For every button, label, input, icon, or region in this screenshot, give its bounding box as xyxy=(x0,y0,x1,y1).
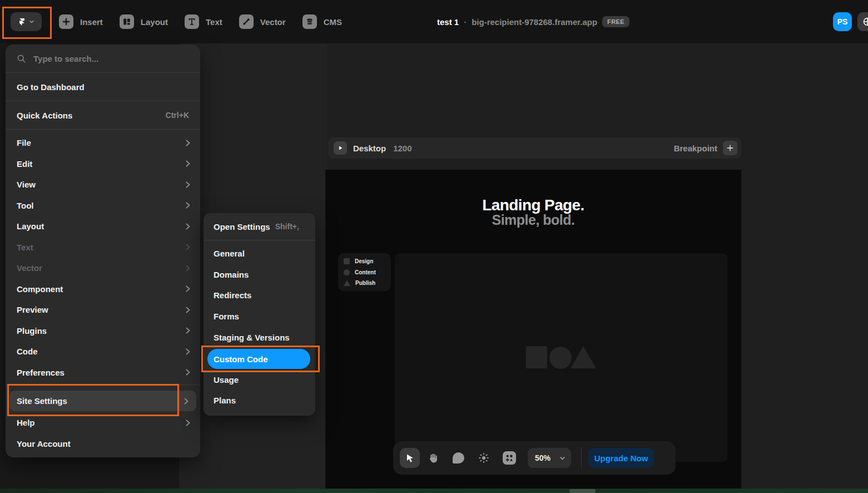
vector-label: Vector xyxy=(260,17,286,27)
submenu-item-general[interactable]: General xyxy=(204,243,315,264)
chevron-right-icon xyxy=(186,181,190,188)
layout-icon xyxy=(120,14,134,29)
open-settings-shortcut: Shift+, xyxy=(275,222,299,231)
project-separator: · xyxy=(464,17,467,27)
select-tool-button[interactable] xyxy=(400,448,420,468)
submenu-item-plans[interactable]: Plans xyxy=(204,390,315,411)
menu-item-help[interactable]: Help xyxy=(6,412,200,433)
globe-icon xyxy=(862,17,868,27)
cms-icon xyxy=(302,14,317,29)
circle-icon xyxy=(344,269,350,275)
insert-button[interactable]: Insert xyxy=(59,14,103,29)
text-button[interactable]: Text xyxy=(185,14,222,29)
top-toolbar: Insert Layout Text Vector xyxy=(0,0,868,43)
toolbar-divider xyxy=(581,447,582,469)
menu-item-preview[interactable]: Preview xyxy=(6,299,200,321)
shapes-panel-icon xyxy=(503,451,516,465)
menu-item-edit[interactable]: Edit xyxy=(6,154,200,175)
plus-icon xyxy=(59,14,73,29)
canvas-toolbar: 50% Upgrade Now xyxy=(393,441,676,475)
page-subtitle[interactable]: Simple, bold. xyxy=(325,212,741,228)
submenu-item-open-settings[interactable]: Open Settings Shift+, xyxy=(204,213,315,240)
search-input[interactable] xyxy=(33,54,189,63)
canvas-circle-shape[interactable] xyxy=(549,347,572,369)
mode-content[interactable]: Content xyxy=(344,269,385,275)
quick-actions-shortcut: Ctrl+K xyxy=(166,111,189,120)
cms-button[interactable]: CMS xyxy=(302,14,342,29)
menu-item-your-account[interactable]: Your Account xyxy=(6,433,200,455)
chevron-right-icon xyxy=(184,398,189,405)
submenu-item-usage[interactable]: Usage xyxy=(204,369,315,391)
menu-item-site-settings[interactable]: Site Settings xyxy=(9,391,196,411)
chevron-right-icon xyxy=(186,348,190,355)
mode-publish[interactable]: Publish xyxy=(344,280,385,286)
comment-icon xyxy=(453,452,464,464)
breakpoint-controls: Breakpoint xyxy=(674,141,737,155)
vector-button[interactable]: Vector xyxy=(239,14,286,29)
play-button[interactable] xyxy=(334,141,347,155)
chevron-down-icon xyxy=(559,455,566,461)
canvas-square-shape[interactable] xyxy=(526,346,547,368)
menu-item-component[interactable]: Component xyxy=(6,279,200,300)
chevron-right-icon xyxy=(186,140,190,146)
add-breakpoint-button[interactable] xyxy=(723,141,737,155)
menu-divider xyxy=(6,384,200,385)
menu-item-file[interactable]: File xyxy=(6,132,200,154)
mode-design[interactable]: Design xyxy=(344,258,385,264)
menu-item-plugins[interactable]: Plugins xyxy=(6,321,200,342)
menu-divider xyxy=(6,129,200,130)
site-settings-submenu: Open Settings Shift+, General Domains Re… xyxy=(204,213,315,416)
chevron-right-icon xyxy=(186,223,190,230)
appearance-button[interactable] xyxy=(471,452,497,464)
framer-logo-icon xyxy=(18,18,26,26)
globe-button[interactable] xyxy=(857,12,868,31)
search-icon xyxy=(17,54,26,63)
zoom-dropdown[interactable]: 50% xyxy=(528,448,571,468)
breakpoint-bar[interactable]: Desktop 1200 Breakpoint xyxy=(328,137,741,159)
submenu-item-redirects[interactable]: Redirects xyxy=(204,285,315,306)
cursor-icon xyxy=(405,453,415,464)
square-icon xyxy=(344,258,350,264)
chevron-right-icon xyxy=(186,202,190,209)
menu-search[interactable] xyxy=(6,45,200,72)
submenu-item-forms[interactable]: Forms xyxy=(204,306,315,327)
upgrade-now-button[interactable]: Upgrade Now xyxy=(588,448,654,468)
menu-item-tool[interactable]: Tool xyxy=(6,195,200,216)
chevron-right-icon xyxy=(186,160,190,167)
menu-item-layout[interactable]: Layout xyxy=(6,216,200,237)
comment-tool-button[interactable] xyxy=(445,452,471,464)
menu-item-code[interactable]: Code xyxy=(6,341,200,362)
hand-icon xyxy=(427,452,439,464)
menu-item-text: Text xyxy=(6,237,200,258)
breakpoint-width-value: 1200 xyxy=(393,144,411,153)
layout-label: Layout xyxy=(141,17,168,27)
framer-menu-button[interactable] xyxy=(11,12,42,31)
bottom-window-edge xyxy=(0,489,868,493)
insert-panel-button[interactable] xyxy=(497,451,522,465)
chevron-right-icon xyxy=(186,285,190,292)
vector-icon xyxy=(239,14,254,29)
tool-buttons: Insert Layout Text Vector xyxy=(59,0,342,43)
chevron-right-icon xyxy=(186,244,190,250)
triangle-icon xyxy=(344,280,350,286)
plan-badge: FREE xyxy=(602,16,629,27)
menu-item-view[interactable]: View xyxy=(6,174,200,195)
submenu-item-staging-versions[interactable]: Staging & Versions xyxy=(204,327,315,348)
menu-item-preferences[interactable]: Preferences xyxy=(6,362,200,383)
submenu-item-domains[interactable]: Domains xyxy=(204,264,315,285)
user-avatar[interactable]: PS xyxy=(833,12,852,31)
breakpoint-device-label: Desktop xyxy=(353,144,386,153)
main-menu: Go to Dashboard Quick Actions Ctrl+K Fil… xyxy=(6,45,200,457)
zoom-value: 50% xyxy=(535,453,559,462)
project-domain: big-recipient-978268.framer.app xyxy=(472,17,597,27)
menu-item-quick-actions[interactable]: Quick Actions Ctrl+K xyxy=(6,101,200,129)
menu-item-go-to-dashboard[interactable]: Go to Dashboard xyxy=(6,73,200,101)
layout-button[interactable]: Layout xyxy=(120,14,168,29)
pan-tool-button[interactable] xyxy=(420,452,445,464)
canvas-triangle-shape[interactable] xyxy=(571,346,596,368)
submenu-item-custom-code[interactable]: Custom Code xyxy=(207,349,310,369)
framer-editor: Insert Layout Text Vector xyxy=(0,0,868,493)
project-title[interactable]: test 1 · big-recipient-978268.framer.app… xyxy=(437,0,629,43)
menu-item-vector: Vector xyxy=(6,258,200,279)
breakpoint-label: Breakpoint xyxy=(674,144,717,153)
